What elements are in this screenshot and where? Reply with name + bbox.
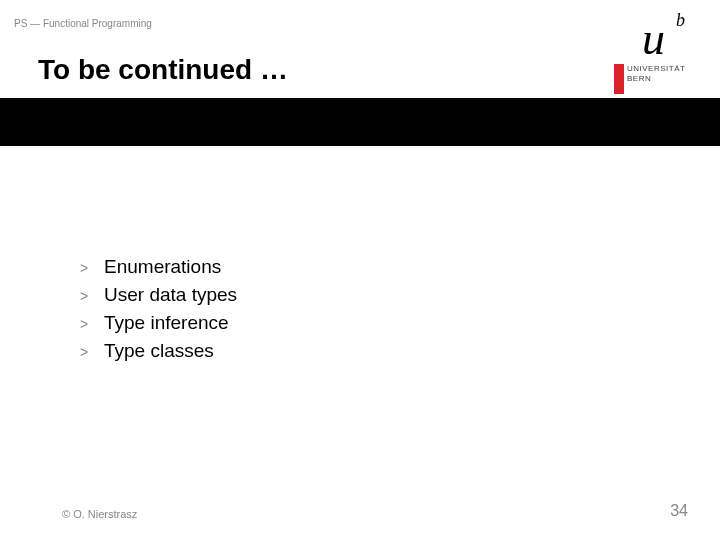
bullet-marker: > — [80, 344, 104, 360]
breadcrumb: PS — Functional Programming — [14, 18, 152, 29]
list-item-text: Type classes — [104, 340, 214, 362]
list-item-text: User data types — [104, 284, 237, 306]
logo-line2: BERN — [627, 74, 685, 84]
title-underline-bar — [0, 98, 720, 146]
footer-page-number: 34 — [670, 502, 688, 520]
content-list: > Enumerations > User data types > Type … — [80, 256, 237, 368]
logo-letter-b: b — [676, 10, 685, 31]
footer-copyright: © O. Nierstrasz — [62, 508, 137, 520]
bullet-marker: > — [80, 316, 104, 332]
list-item: > Type classes — [80, 340, 237, 362]
logo-letter-u: u — [642, 12, 665, 65]
list-item: > Type inference — [80, 312, 237, 334]
list-item: > User data types — [80, 284, 237, 306]
bullet-marker: > — [80, 288, 104, 304]
logo-text: UNIVERSITÄT BERN — [627, 64, 685, 85]
slide: PS — Functional Programming u b UNIVERSI… — [0, 0, 720, 540]
logo-red-bar — [614, 64, 624, 94]
bullet-marker: > — [80, 260, 104, 276]
logo-line1: UNIVERSITÄT — [627, 64, 685, 74]
list-item-text: Enumerations — [104, 256, 221, 278]
list-item-text: Type inference — [104, 312, 229, 334]
list-item: > Enumerations — [80, 256, 237, 278]
slide-title: To be continued … — [38, 54, 288, 86]
university-logo: u b UNIVERSITÄT BERN — [614, 8, 692, 96]
